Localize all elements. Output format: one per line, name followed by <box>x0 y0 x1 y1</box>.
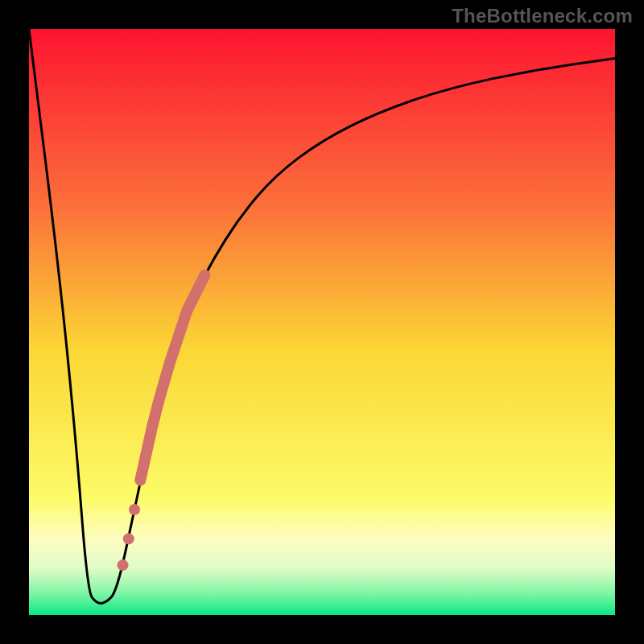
highlight-dot <box>123 533 134 544</box>
bottleneck-chart <box>0 0 644 644</box>
chart-frame: { "watermark": "TheBottleneck.com", "col… <box>0 0 644 644</box>
plot-area <box>29 29 615 615</box>
watermark-text: TheBottleneck.com <box>452 5 633 27</box>
highlight-dot <box>117 559 128 571</box>
highlight-dot <box>129 504 140 515</box>
